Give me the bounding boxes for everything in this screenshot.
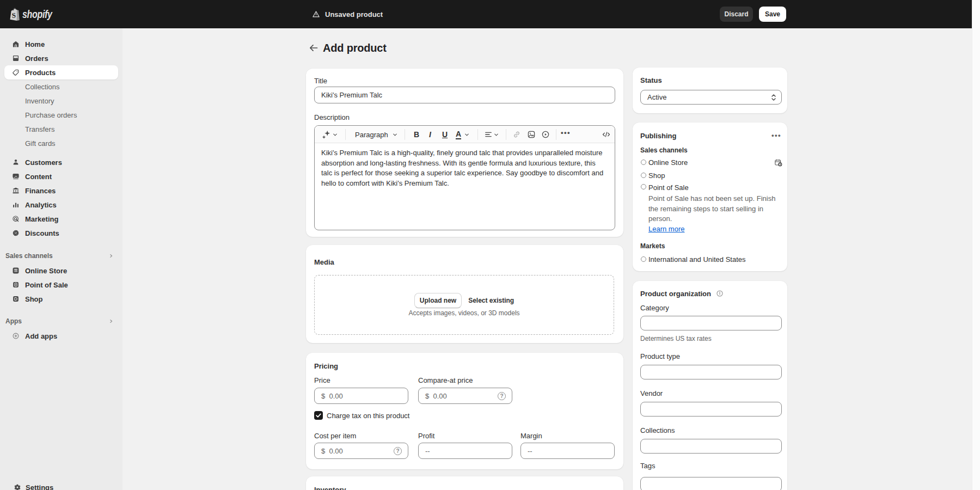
svg-text:S: S bbox=[11, 11, 16, 19]
